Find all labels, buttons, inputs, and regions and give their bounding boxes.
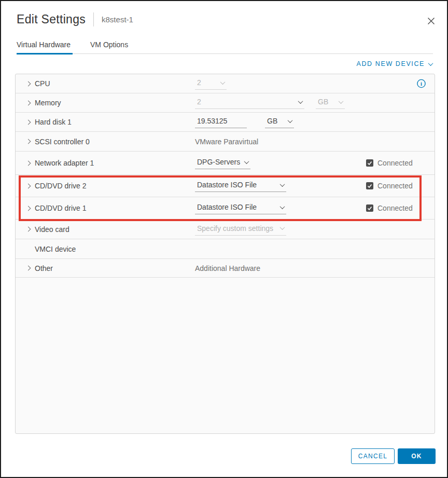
- connected-checkbox[interactable]: [366, 204, 373, 212]
- chevron-down-icon: [220, 79, 226, 85]
- add-new-device-button[interactable]: ADD NEW DEVICE: [357, 60, 432, 67]
- chevron-down-icon: [244, 159, 249, 164]
- scsi-controller-type: VMware Paravirtual: [195, 138, 258, 146]
- tab-vm-options[interactable]: VM Options: [90, 40, 130, 53]
- row-label: CPU: [35, 79, 50, 88]
- disk-size-field: [195, 116, 247, 128]
- row-cddvd-drive-2: CD/DVD drive 2 Datastore ISO File Connec…: [16, 175, 435, 197]
- row-label: VMCI device: [35, 245, 76, 253]
- dialog-title: Edit Settings: [17, 12, 86, 26]
- dialog-header: Edit Settings k8stest-1: [17, 12, 133, 26]
- chevron-down-icon: [428, 61, 433, 66]
- memory-size-combobox[interactable]: 2: [195, 97, 304, 109]
- disk-size-input[interactable]: [197, 117, 245, 125]
- connected-label: Connected: [377, 159, 413, 167]
- ok-button[interactable]: OK: [398, 448, 436, 464]
- connected-control: Connected: [366, 204, 413, 212]
- row-label: CD/DVD drive 2: [35, 182, 87, 190]
- row-hard-disk-1: Hard disk 1 GB: [16, 113, 435, 132]
- chevron-down-icon: [288, 118, 293, 123]
- cpu-count-select[interactable]: 2: [195, 77, 227, 90]
- row-label: Other: [35, 264, 53, 272]
- chevron-down-icon: [280, 225, 285, 230]
- connected-checkbox[interactable]: [366, 159, 373, 167]
- expand-chevron-icon[interactable]: [24, 226, 32, 233]
- row-other: Other Additional Hardware: [16, 259, 435, 278]
- chevron-down-icon: [298, 99, 303, 104]
- edit-settings-dialog: Edit Settings k8stest-1 Virtual Hardware…: [0, 0, 448, 478]
- memory-unit-select[interactable]: GB: [316, 97, 345, 109]
- chevron-down-icon: [280, 204, 285, 209]
- row-cpu: CPU 2 i: [16, 74, 435, 93]
- row-label: Memory: [35, 99, 61, 107]
- virtual-hardware-table: CPU 2 i Memory 2: [15, 74, 435, 434]
- expand-chevron-icon[interactable]: [24, 204, 32, 212]
- row-label: Network adapter 1: [35, 159, 94, 167]
- row-cddvd-drive-1: CD/DVD drive 1 Datastore ISO File Connec…: [16, 197, 435, 220]
- expand-chevron-icon[interactable]: [24, 159, 32, 167]
- row-label: Hard disk 1: [35, 118, 72, 126]
- expand-chevron-icon[interactable]: [24, 99, 32, 106]
- svg-text:i: i: [421, 81, 422, 87]
- expand-chevron-icon[interactable]: [24, 118, 32, 126]
- info-icon[interactable]: i: [416, 79, 426, 89]
- tab-bar: Virtual Hardware VM Options: [17, 40, 433, 54]
- cddvd2-media-select[interactable]: Datastore ISO File: [195, 180, 286, 192]
- cddvd1-media-select[interactable]: Datastore ISO File: [195, 202, 286, 214]
- chevron-down-icon: [339, 99, 344, 104]
- connected-checkbox[interactable]: [366, 182, 373, 189]
- close-icon[interactable]: [426, 16, 436, 26]
- connected-control: Connected: [366, 182, 413, 190]
- row-network-adapter-1: Network adapter 1 DPG-Servers Connected: [16, 152, 435, 175]
- expand-chevron-icon[interactable]: [24, 80, 32, 87]
- row-label: CD/DVD drive 1: [35, 204, 87, 212]
- expand-chevron-icon[interactable]: [24, 265, 32, 272]
- table-empty-area: [16, 278, 435, 433]
- row-label: Video card: [35, 225, 69, 234]
- vm-name: k8stest-1: [102, 15, 133, 24]
- expand-chevron-icon[interactable]: [24, 182, 32, 189]
- video-settings-select[interactable]: Specify custom settings: [195, 223, 286, 236]
- connected-control: Connected: [366, 159, 413, 167]
- network-portgroup-select[interactable]: DPG-Servers: [195, 157, 250, 169]
- row-vmci-device: VMCI device: [16, 239, 435, 259]
- chevron-down-icon: [280, 182, 285, 187]
- add-new-device-label: ADD NEW DEVICE: [357, 60, 425, 67]
- cancel-button[interactable]: CANCEL: [351, 448, 395, 464]
- row-memory: Memory 2 GB: [16, 93, 435, 113]
- expand-chevron-icon[interactable]: [24, 138, 32, 145]
- row-video-card: Video card Specify custom settings: [16, 220, 435, 239]
- disk-unit-select[interactable]: GB: [265, 116, 294, 128]
- tab-virtual-hardware[interactable]: Virtual Hardware: [17, 40, 73, 54]
- other-hardware-text: Additional Hardware: [195, 264, 260, 272]
- row-scsi-controller-0: SCSI controller 0 VMware Paravirtual: [16, 132, 435, 152]
- connected-label: Connected: [377, 204, 413, 212]
- dialog-footer: CANCEL OK: [351, 448, 436, 464]
- header-divider: [93, 12, 94, 26]
- connected-label: Connected: [377, 182, 413, 190]
- row-label: SCSI controller 0: [35, 138, 90, 146]
